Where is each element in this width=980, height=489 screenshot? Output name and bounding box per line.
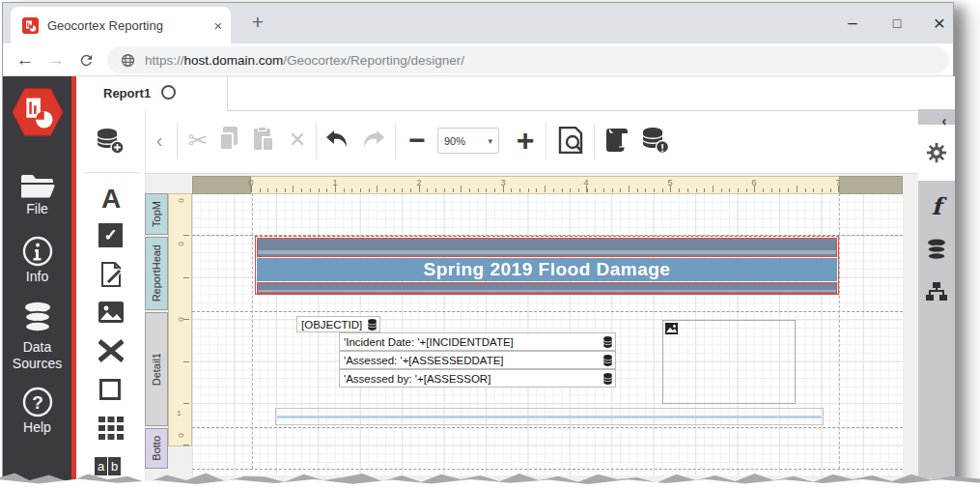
window-close-button[interactable]: ×: [926, 10, 953, 37]
nav-reload-icon[interactable]: [74, 48, 98, 72]
band-label: Detail1: [151, 353, 162, 386]
globe-icon: [121, 53, 135, 68]
header-bottom-bar[interactable]: [257, 282, 837, 294]
character-comb-tool-icon[interactable]: a b: [95, 457, 121, 475]
tab-close-icon[interactable]: ×: [210, 16, 227, 34]
picture-box-icon: [665, 323, 678, 334]
document-tab-report1[interactable]: Report1: [103, 86, 151, 101]
delete-icon[interactable]: ✕: [285, 125, 310, 156]
line-element[interactable]: [275, 408, 824, 425]
report-title-label[interactable]: Spring 2019 Flood Damage: [257, 258, 837, 281]
toolbar-divider: [316, 123, 317, 159]
window-minimize-button[interactable]: –: [839, 11, 866, 36]
field-assessed-date[interactable]: 'Assessed: '+[ASSESSEDDATE]: [339, 351, 616, 369]
window-maximize-button[interactable]: □: [883, 11, 910, 36]
field-expression: 'Assessed by: '+[ASSESSOR]: [344, 373, 490, 385]
panel-tool-icon[interactable]: [99, 379, 121, 400]
hruler-label: 1: [332, 178, 337, 187]
info-icon: [21, 235, 54, 268]
svg-text:!: !: [660, 142, 664, 154]
toolbox-divider: [84, 172, 140, 173]
help-icon: ?: [21, 386, 54, 418]
field-database-icon: [603, 336, 612, 348]
redo-icon[interactable]: [358, 125, 389, 156]
tab-properties[interactable]: [918, 125, 955, 181]
band-separator: [192, 427, 903, 428]
url-scheme: https://: [145, 53, 184, 68]
hierarchy-icon: [925, 281, 948, 304]
band-report-header[interactable]: ReportHead: [145, 237, 168, 310]
new-tab-button[interactable]: +: [246, 11, 269, 34]
preview-icon[interactable]: [555, 125, 586, 156]
hruler-label: 2: [416, 178, 421, 187]
tab-data-sources[interactable]: [918, 231, 955, 270]
toolbox-panel: A ✓: [76, 111, 146, 489]
line-tool-icon[interactable]: [98, 338, 125, 363]
field-assessor[interactable]: 'Assessed by: '+[ASSESSOR]: [339, 369, 616, 388]
document-state-circle-icon[interactable]: [161, 85, 176, 100]
scripts-icon[interactable]: [602, 125, 632, 156]
field-expression: [OBJECTID]: [301, 319, 362, 331]
paste-icon[interactable]: [252, 127, 277, 154]
picture-tool-icon[interactable]: [98, 301, 125, 324]
richtext-tool-icon[interactable]: [98, 261, 124, 288]
page-margin-right: [839, 193, 840, 469]
browser-window: Geocortex Reporting × + – □ × ← → https:…: [2, 2, 954, 489]
tab-expressions[interactable]: f: [918, 185, 955, 227]
copy-icon[interactable]: [219, 127, 244, 154]
sidebar-item-data-sources[interactable]: Data Sources: [6, 339, 69, 372]
band-separator: [192, 311, 903, 312]
database-icon: [21, 300, 54, 336]
svg-text:?: ?: [32, 392, 43, 413]
undo-icon[interactable]: [322, 125, 352, 156]
field-objectid[interactable]: [OBJECTID]: [296, 316, 380, 332]
zoom-level-dropdown[interactable]: 90% ▾: [437, 128, 499, 154]
char-b-glyph: b: [108, 457, 121, 475]
vruler-label: 0: [177, 242, 185, 245]
header-top-bar[interactable]: [257, 238, 837, 257]
cut-icon[interactable]: ✂: [184, 125, 211, 156]
browser-tab[interactable]: Geocortex Reporting ×: [11, 7, 231, 43]
browser-tabstrip: Geocortex Reporting × + – □ ×: [3, 3, 953, 43]
sidebar-item-info[interactable]: Info: [3, 269, 71, 285]
horizontal-ruler: 0 1 2 3 4 5 6 7: [251, 176, 839, 194]
address-bar[interactable]: https://host.domain.com/Geocortex/Report…: [107, 46, 949, 73]
field-database-icon: [603, 373, 612, 385]
add-data-source-icon[interactable]: [94, 127, 126, 156]
band-bottom-margin[interactable]: Botto: [145, 428, 168, 469]
hruler-left-cap: [192, 176, 251, 194]
field-database-icon: [603, 355, 612, 366]
char-a-glyph: a: [95, 457, 108, 475]
validate-data-source-icon[interactable]: !: [638, 125, 671, 156]
hruler-label: 6: [751, 178, 756, 187]
field-incident-date[interactable]: 'Incident Date: '+[INCIDENTDATE]: [339, 332, 616, 351]
vruler-label: 0: [177, 317, 185, 321]
band-detail[interactable]: Detail1: [145, 312, 168, 426]
picture-box[interactable]: [662, 320, 796, 404]
vruler-label: 0: [177, 198, 185, 202]
toolbar-collapse-icon[interactable]: ‹: [150, 125, 169, 156]
field-expression: 'Incident Date: '+[INCIDENTDATE]: [344, 336, 514, 348]
band-top-margin[interactable]: TopM: [145, 193, 168, 235]
zoom-out-icon[interactable]: −: [403, 123, 432, 158]
zoom-in-icon[interactable]: +: [511, 123, 540, 158]
vruler-label: 0: [177, 433, 185, 437]
sidebar-item-help[interactable]: Help: [3, 419, 71, 436]
nav-forward-icon[interactable]: →: [43, 47, 69, 72]
document-tab-row: Report1: [76, 76, 955, 111]
nav-back-icon[interactable]: ←: [13, 47, 38, 72]
vertical-ruler: 0 0 0 1 0: [168, 193, 192, 446]
label-tool-icon[interactable]: A: [98, 185, 125, 214]
folder-icon: [19, 171, 56, 200]
design-canvas: 0 1 2 3 4 5 6 7 0 0 0 1 0 TopM ReportHea…: [146, 173, 918, 489]
report-header-panel[interactable]: Spring 2019 Flood Damage: [255, 236, 839, 295]
table-tool-icon[interactable]: [98, 416, 125, 441]
field-database-icon: [368, 319, 377, 331]
checkbox-tool-icon[interactable]: ✓: [98, 223, 123, 247]
properties-panel-rail: ‹ f: [918, 109, 955, 489]
sidebar-item-file[interactable]: File: [3, 201, 71, 217]
hruler-label: 4: [583, 178, 588, 187]
url-path: /Geocortex/Reporting/designer/: [283, 53, 464, 68]
tab-title: Geocortex Reporting: [47, 18, 163, 33]
tab-report-explorer[interactable]: [918, 273, 955, 312]
